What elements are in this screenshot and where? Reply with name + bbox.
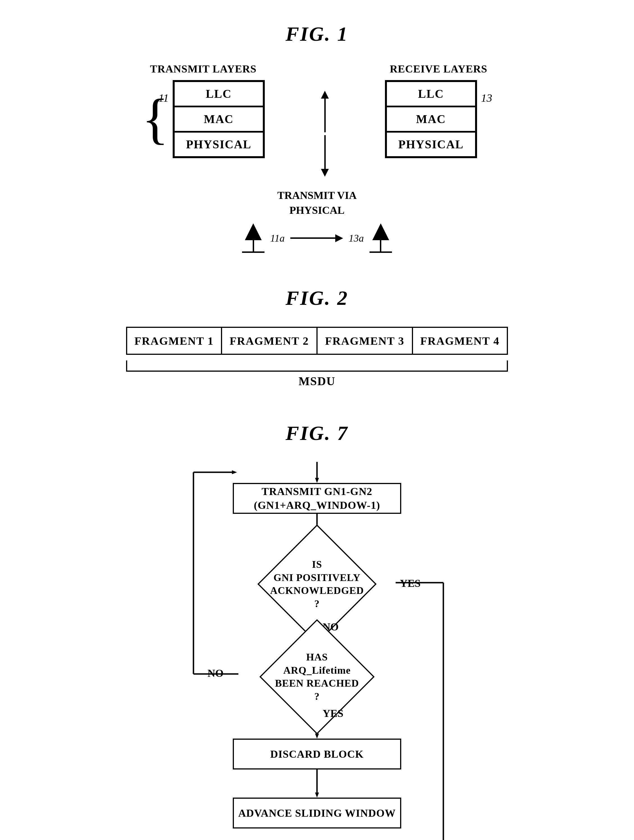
receive-physical: PHYSICAL [386,132,476,157]
svg-marker-17 [315,793,319,797]
fragment2-box: FRAGMENT 2 [222,327,317,355]
fragment4-box: FRAGMENT 4 [412,327,508,355]
page: FIG. 1 TRANSMIT LAYERS 11 { LLC MAC PHYS… [0,0,634,840]
receive-layers-label: RECEIVE LAYERS [390,63,487,75]
fig2-section: FIG. 2 FRAGMENT 1 FRAGMENT 2 FRAGMENT 3 … [34,287,600,388]
receive-layer-stack: LLC MAC PHYSICAL [385,80,477,158]
transmit-physical: PHYSICAL [174,132,263,157]
fragment1-box: FRAGMENT 1 [126,327,222,355]
fig1-title: FIG. 1 [34,22,600,46]
transmit-layers-label: TRANSMIT LAYERS [150,63,256,75]
discard-box: DISCARD BLOCK [233,739,401,769]
receive-llc: LLC [386,81,476,106]
transmit-layer-stack: LLC MAC PHYSICAL [173,80,265,158]
fig2-title: FIG. 2 [34,287,600,310]
svg-marker-15 [232,470,237,474]
discard-label: DISCARD BLOCK [270,747,364,761]
node13-label: 13 [481,92,492,104]
advance-label: ADVANCE SLIDING WINDOW [238,806,396,820]
fragment-row: FRAGMENT 1 FRAGMENT 2 FRAGMENT 3 FRAGMEN… [34,327,600,355]
svg-marker-1 [315,478,319,483]
yes-label-1: YES [400,577,421,589]
flowchart: TRANSMIT GN1-GN2(GN1+ARQ_WINDOW-1) ISGNI… [120,462,514,840]
msdu-bracket-wrapper: MSDU [34,360,600,388]
svg-marker-11 [315,734,319,739]
lifetime-diamond: HASARQ_LifetimeBEEN REACHED? [238,643,396,711]
acknowledged-diamond: ISGNI POSITIVELYACKNOWLEDGED? [238,548,396,621]
antenna-left-wrapper [242,223,265,253]
transmit-via-label: TRANSMIT VIAPHYSICAL [278,188,357,218]
transmit-box: TRANSMIT GN1-GN2(GN1+ARQ_WINDOW-1) [233,483,401,514]
receive-mac: MAC [386,106,476,132]
node13a-label: 13a [349,232,364,244]
advance-box: ADVANCE SLIDING WINDOW [233,797,401,829]
fig7-title: FIG. 7 [34,422,600,445]
down-arrow [321,135,329,177]
msdu-bracket [126,360,508,372]
fig7-section: FIG. 7 [34,422,600,840]
yes-label-2: YES [323,707,344,720]
node11a-label: 11a [270,232,284,244]
no-label-2: NO [208,667,224,679]
transmit-label: TRANSMIT GN1-GN2(GN1+ARQ_WINDOW-1) [254,485,380,512]
fig1-section: FIG. 1 TRANSMIT LAYERS 11 { LLC MAC PHYS… [34,22,600,253]
transmit-llc: LLC [174,81,263,106]
transmit-arrow [290,234,343,242]
antenna-right-wrapper [369,223,392,253]
brace-left: { [142,99,169,138]
fragment3-box: FRAGMENT 3 [317,327,412,355]
msdu-label: MSDU [298,374,336,388]
transmit-mac: MAC [174,106,263,132]
up-arrow [321,91,329,132]
